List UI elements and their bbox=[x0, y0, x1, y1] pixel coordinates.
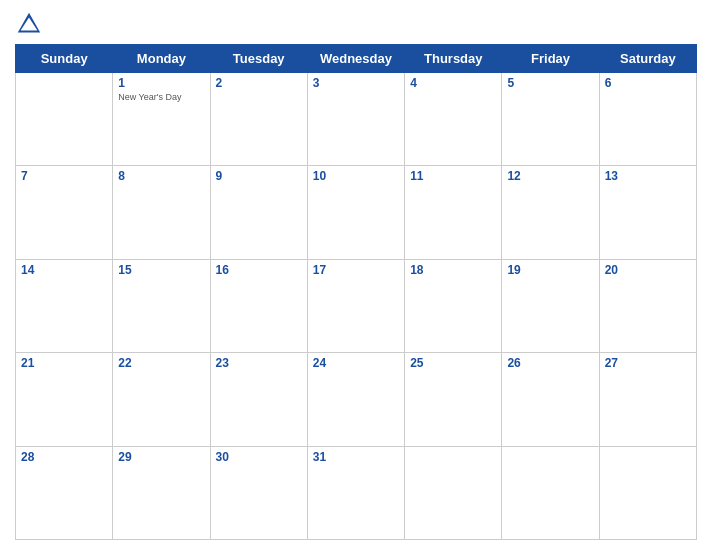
calendar-cell: 20 bbox=[599, 259, 696, 352]
day-number: 29 bbox=[118, 450, 204, 464]
day-number: 28 bbox=[21, 450, 107, 464]
calendar-cell: 18 bbox=[405, 259, 502, 352]
day-number: 13 bbox=[605, 169, 691, 183]
day-number: 19 bbox=[507, 263, 593, 277]
calendar-cell: 17 bbox=[307, 259, 404, 352]
day-number: 3 bbox=[313, 76, 399, 90]
day-header-row: SundayMondayTuesdayWednesdayThursdayFrid… bbox=[16, 45, 697, 73]
day-number: 11 bbox=[410, 169, 496, 183]
calendar-cell: 8 bbox=[113, 166, 210, 259]
logo-icon bbox=[15, 10, 43, 38]
calendar-cell bbox=[599, 446, 696, 539]
day-number: 23 bbox=[216, 356, 302, 370]
calendar-cell: 30 bbox=[210, 446, 307, 539]
day-number: 14 bbox=[21, 263, 107, 277]
calendar-cell: 9 bbox=[210, 166, 307, 259]
day-number: 18 bbox=[410, 263, 496, 277]
week-row-3: 14151617181920 bbox=[16, 259, 697, 352]
calendar-header bbox=[15, 10, 697, 38]
calendar-cell: 31 bbox=[307, 446, 404, 539]
day-number: 31 bbox=[313, 450, 399, 464]
calendar-cell: 29 bbox=[113, 446, 210, 539]
day-header-saturday: Saturday bbox=[599, 45, 696, 73]
day-header-tuesday: Tuesday bbox=[210, 45, 307, 73]
calendar-cell: 7 bbox=[16, 166, 113, 259]
day-number: 5 bbox=[507, 76, 593, 90]
logo bbox=[15, 10, 47, 38]
holiday-label: New Year's Day bbox=[118, 92, 204, 102]
day-number: 1 bbox=[118, 76, 204, 90]
day-number: 2 bbox=[216, 76, 302, 90]
day-number: 4 bbox=[410, 76, 496, 90]
calendar-cell: 21 bbox=[16, 353, 113, 446]
calendar-cell: 22 bbox=[113, 353, 210, 446]
week-row-2: 78910111213 bbox=[16, 166, 697, 259]
day-header-sunday: Sunday bbox=[16, 45, 113, 73]
calendar-cell bbox=[405, 446, 502, 539]
day-header-thursday: Thursday bbox=[405, 45, 502, 73]
day-number: 16 bbox=[216, 263, 302, 277]
calendar-cell: 24 bbox=[307, 353, 404, 446]
day-header-monday: Monday bbox=[113, 45, 210, 73]
calendar-cell: 1New Year's Day bbox=[113, 73, 210, 166]
calendar-cell bbox=[16, 73, 113, 166]
day-number: 17 bbox=[313, 263, 399, 277]
calendar-cell: 3 bbox=[307, 73, 404, 166]
calendar-cell bbox=[502, 446, 599, 539]
calendar-cell: 26 bbox=[502, 353, 599, 446]
calendar-cell: 13 bbox=[599, 166, 696, 259]
calendar-cell: 6 bbox=[599, 73, 696, 166]
week-row-4: 21222324252627 bbox=[16, 353, 697, 446]
day-header-friday: Friday bbox=[502, 45, 599, 73]
day-number: 7 bbox=[21, 169, 107, 183]
day-number: 15 bbox=[118, 263, 204, 277]
week-row-1: 1New Year's Day23456 bbox=[16, 73, 697, 166]
day-number: 8 bbox=[118, 169, 204, 183]
calendar-table: SundayMondayTuesdayWednesdayThursdayFrid… bbox=[15, 44, 697, 540]
calendar-cell: 2 bbox=[210, 73, 307, 166]
day-number: 10 bbox=[313, 169, 399, 183]
calendar-cell: 16 bbox=[210, 259, 307, 352]
day-number: 6 bbox=[605, 76, 691, 90]
day-number: 24 bbox=[313, 356, 399, 370]
calendar-cell: 28 bbox=[16, 446, 113, 539]
calendar-cell: 19 bbox=[502, 259, 599, 352]
calendar-cell: 23 bbox=[210, 353, 307, 446]
day-number: 30 bbox=[216, 450, 302, 464]
day-number: 27 bbox=[605, 356, 691, 370]
calendar-cell: 4 bbox=[405, 73, 502, 166]
calendar-cell: 15 bbox=[113, 259, 210, 352]
day-header-wednesday: Wednesday bbox=[307, 45, 404, 73]
day-number: 9 bbox=[216, 169, 302, 183]
calendar-cell: 10 bbox=[307, 166, 404, 259]
calendar-cell: 14 bbox=[16, 259, 113, 352]
day-number: 25 bbox=[410, 356, 496, 370]
calendar-cell: 12 bbox=[502, 166, 599, 259]
calendar-cell: 5 bbox=[502, 73, 599, 166]
day-number: 26 bbox=[507, 356, 593, 370]
day-number: 22 bbox=[118, 356, 204, 370]
day-number: 12 bbox=[507, 169, 593, 183]
day-number: 21 bbox=[21, 356, 107, 370]
calendar-cell: 11 bbox=[405, 166, 502, 259]
calendar-cell: 25 bbox=[405, 353, 502, 446]
calendar-cell: 27 bbox=[599, 353, 696, 446]
week-row-5: 28293031 bbox=[16, 446, 697, 539]
day-number: 20 bbox=[605, 263, 691, 277]
